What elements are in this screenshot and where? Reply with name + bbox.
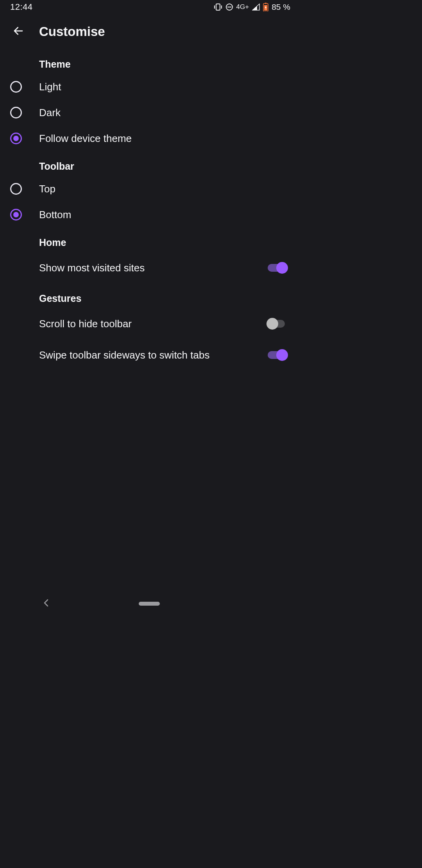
battery-icon bbox=[263, 3, 268, 11]
switch-thumb bbox=[276, 262, 288, 274]
page-title: Customise bbox=[39, 24, 105, 39]
network-type: 4G+ bbox=[236, 3, 249, 11]
status-bar: 12:44 4G+ bbox=[0, 0, 298, 14]
theme-option-dark[interactable]: Dark bbox=[0, 100, 298, 126]
radio-label: Bottom bbox=[39, 208, 288, 221]
gestures-swipe-switch-tabs[interactable]: Swipe toolbar sideways to switch tabs bbox=[0, 339, 298, 371]
svg-rect-0 bbox=[216, 4, 220, 10]
status-right: 4G+ 85 % bbox=[214, 2, 290, 12]
radio-icon bbox=[10, 107, 22, 118]
home-show-most-visited[interactable]: Show most visited sites bbox=[0, 252, 298, 283]
section-header-toolbar: Toolbar bbox=[0, 161, 298, 172]
section-header-gestures: Gestures bbox=[0, 293, 298, 304]
back-button[interactable] bbox=[9, 22, 28, 41]
app-bar: Customise bbox=[0, 18, 298, 45]
radio-label: Dark bbox=[39, 106, 288, 119]
settings-content: Theme Light Dark Follow device theme Too… bbox=[0, 45, 298, 371]
section-header-theme: Theme bbox=[0, 59, 298, 70]
switch-label: Scroll to hide toolbar bbox=[39, 317, 268, 330]
switch-toggle[interactable] bbox=[268, 320, 288, 328]
radio-label: Light bbox=[39, 81, 288, 93]
switch-label: Show most visited sites bbox=[39, 262, 268, 274]
signal-icon bbox=[252, 4, 260, 11]
switch-label: Swipe toolbar sideways to switch tabs bbox=[39, 349, 268, 362]
section-header-home: Home bbox=[0, 237, 298, 248]
radio-icon bbox=[10, 183, 22, 195]
dnd-icon bbox=[225, 3, 233, 11]
theme-option-light[interactable]: Light bbox=[0, 74, 298, 100]
toolbar-option-bottom[interactable]: Bottom bbox=[0, 202, 298, 228]
battery-percent: 85 % bbox=[272, 2, 290, 12]
toolbar-option-top[interactable]: Top bbox=[0, 176, 298, 202]
nav-back-button[interactable] bbox=[43, 599, 49, 609]
arrow-left-icon bbox=[13, 25, 24, 38]
vibrate-icon bbox=[214, 4, 222, 11]
radio-label: Top bbox=[39, 183, 288, 195]
system-nav-bar bbox=[0, 594, 298, 613]
radio-icon bbox=[10, 209, 22, 221]
switch-thumb bbox=[276, 349, 288, 361]
theme-option-follow-device[interactable]: Follow device theme bbox=[0, 126, 298, 151]
radio-label: Follow device theme bbox=[39, 132, 288, 145]
radio-icon bbox=[10, 81, 22, 93]
nav-home-pill[interactable] bbox=[139, 602, 160, 606]
switch-thumb bbox=[266, 318, 278, 330]
switch-toggle[interactable] bbox=[268, 264, 288, 272]
switch-toggle[interactable] bbox=[268, 351, 288, 359]
status-time: 12:44 bbox=[10, 2, 33, 12]
radio-icon bbox=[10, 133, 22, 144]
gestures-scroll-hide-toolbar[interactable]: Scroll to hide toolbar bbox=[0, 308, 298, 339]
